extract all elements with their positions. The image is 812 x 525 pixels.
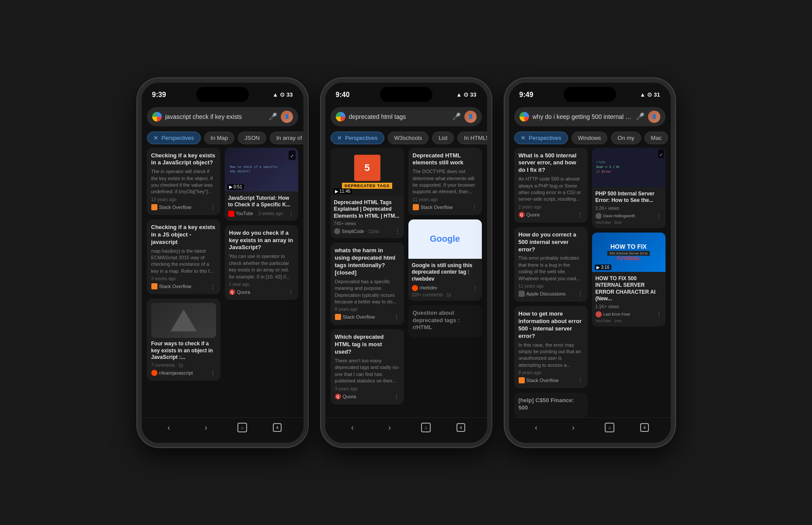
phone2-back-btn[interactable]: ‹: [347, 421, 358, 434]
phone3-chip-onmy[interactable]: On my: [611, 132, 641, 144]
phone2-chip-perspectives[interactable]: ✕ Perspectives: [331, 132, 384, 144]
phone2-partial-card[interactable]: Question about deprecated tags : r/HTML: [408, 305, 482, 338]
phone3-forward-btn[interactable]: ›: [568, 421, 579, 434]
phone1-chip-perspectives[interactable]: ✕ Perspectives: [147, 132, 201, 144]
phone3-back-btn[interactable]: ‹: [530, 421, 542, 434]
phone2-screenshot-menu[interactable]: ⋮: [472, 285, 478, 292]
phone3-result-3[interactable]: How to get more information about error …: [514, 306, 588, 388]
phone3-result-3-menu[interactable]: ⋮: [577, 377, 583, 384]
phone1-result-2[interactable]: Checking if a key exists in a JS object …: [147, 219, 220, 294]
phone1-chip-json[interactable]: JSON: [238, 132, 266, 144]
phone1-right-result[interactable]: How do you check if a key exists in an a…: [225, 225, 298, 300]
phone2-result-4-source: Q Quora ⋮: [335, 393, 400, 400]
phone3-search-bar[interactable]: why do i keep getting 500 internal serve…: [514, 107, 666, 126]
phone1-result-1[interactable]: Checking if a key exists in a JavaScript…: [147, 148, 220, 215]
phone2-result-4-menu[interactable]: ⋮: [394, 393, 400, 400]
phone1-chip-inmap[interactable]: In Map: [204, 132, 235, 144]
phone2-right-result-1-meta: 11 years ago: [413, 197, 477, 202]
phone2-result-3-menu[interactable]: ⋮: [394, 313, 400, 320]
phone1-right-result-menu[interactable]: ⋮: [288, 289, 294, 296]
phone3-home-btn[interactable]: ⌂: [605, 423, 614, 432]
phone3-chip-windows[interactable]: Windows: [572, 132, 608, 144]
phone3-howtofix-text: HOW TO FIX: [607, 243, 649, 250]
phone1-home-btn[interactable]: ⌂: [237, 423, 247, 432]
phone1-chip-inarray[interactable]: In array of objects: [270, 132, 303, 144]
phone1-video-menu[interactable]: ⋮: [288, 210, 294, 217]
phone1-battery: 33: [286, 91, 293, 98]
phone3-chip-perspectives[interactable]: ✕ Perspectives: [514, 132, 568, 144]
phone2-search-bar[interactable]: deprecated html tags 🎤 👤: [331, 107, 482, 126]
phone2-video-thumb: 5 DEPRECATED TAGS ▶ 11:46: [331, 148, 404, 196]
phone2-tabs-btn[interactable]: 4: [457, 423, 465, 432]
phone1-result-2-menu[interactable]: ⋮: [210, 283, 216, 290]
phone3-result-2-apple-icon: [519, 291, 525, 297]
phone2-battery: 33: [470, 91, 476, 98]
phone1-forward-btn[interactable]: ›: [200, 421, 212, 434]
phone1-video-source: YouTube 2 weeks ago ⋮: [228, 210, 295, 217]
phone2-chip-html5[interactable]: In HTML5: [457, 132, 487, 144]
phone3-left-col: What is a 500 internal server error, and…: [514, 148, 588, 417]
phone2-home-btn[interactable]: ⌂: [421, 423, 431, 432]
phone3-partial[interactable]: [help] C$50 Finance: 500: [514, 393, 588, 417]
phone3-video1-views: 3.2K+ views: [596, 206, 662, 211]
phone2-right-result-1-title: Deprecated HTML elements still work: [413, 152, 477, 167]
phone3-video2-menu[interactable]: ⋮: [656, 311, 662, 318]
phone3-result-2-menu[interactable]: ⋮: [577, 290, 583, 297]
phone2-mic-icon[interactable]: 🎤: [452, 112, 461, 121]
phone2-video-menu[interactable]: ⋮: [394, 228, 401, 235]
phone2-screenshot-card[interactable]: Google Google is still using this deprec…: [408, 219, 482, 301]
phone2-tabs-count: 4: [460, 425, 462, 430]
phone3-result-2[interactable]: How do you correct a 500 internal server…: [514, 227, 588, 302]
phone3-avatar[interactable]: 👤: [648, 111, 660, 123]
phone2-google-logo: [336, 112, 345, 122]
phone2-chip-list-label: List: [439, 135, 447, 141]
phone2-forward-btn[interactable]: ›: [384, 421, 395, 434]
phone3-howtofix-red: TUTORIAL: [607, 256, 649, 261]
phone2-right-result-1-menu[interactable]: ⋮: [471, 204, 477, 211]
phone2-right-result-1[interactable]: Deprecated HTML elements still work The …: [408, 148, 482, 215]
phone1-result-3-menu[interactable]: ⋮: [210, 369, 216, 376]
phone1-result-3[interactable]: Four ways to check if a key exists in an…: [147, 299, 220, 381]
phone3-chip-mac-label: Mac: [651, 135, 662, 141]
phone1-back-btn[interactable]: ‹: [163, 421, 174, 434]
phone1-right-result-source-name: Quora: [237, 289, 251, 295]
phone3-v1-channel-name: Dave Hollingworth: [603, 214, 635, 218]
phone3-tabs-btn[interactable]: 4: [640, 423, 649, 432]
phone1-result-1-menu[interactable]: ⋮: [210, 204, 216, 211]
phone2-notch: [380, 87, 432, 102]
phone1-mic-icon[interactable]: 🎤: [268, 112, 277, 121]
phone2-screenshot-source-name: r/webdev: [420, 285, 438, 290]
phone3-chip-mac[interactable]: Mac: [645, 132, 669, 144]
phone2-video-source: SimpliCode · 11mo ⋮: [334, 228, 401, 235]
phone2-chip-w3[interactable]: W3schools: [388, 132, 429, 144]
phone3-howtofix-card[interactable]: HOW TO FIX 500 Internal Server Error TUT…: [592, 233, 666, 327]
phone3-result-3-so-icon: [519, 377, 525, 383]
phone1-search-bar[interactable]: javascript check if key exists 🎤 👤: [147, 107, 298, 126]
phone1-right-col: ⤢ How to check if a specific key object?…: [225, 148, 298, 381]
phone1-result-3-source: r/learnjavascript ⋮: [151, 369, 216, 376]
phone3-wifi: ⊙: [647, 91, 652, 98]
phone3-notch: [564, 87, 616, 102]
phone2-result-4[interactable]: Which deprecated HTML tag is most used? …: [331, 329, 404, 404]
phone-3: 9:49 ▲ ⊙ 31 why do i keep getting 500 in…: [505, 78, 675, 447]
phone3-result-3-source-name: Stack Overflow: [526, 378, 559, 383]
phone3-result-1-menu[interactable]: ⋮: [577, 211, 583, 218]
phone2-avatar[interactable]: 👤: [464, 111, 477, 123]
phone2-google-mini: Google: [430, 234, 460, 244]
phone2-result-3[interactable]: whats the harm in using deprecated html …: [331, 243, 404, 325]
phone3-v2-channel-avatar: [596, 311, 602, 317]
phone3-result-3-meta: 8 years ago: [519, 370, 583, 375]
phone2-chip-list[interactable]: List: [432, 132, 454, 144]
phone2-video-card[interactable]: 5 DEPRECATED TAGS ▶ 11:46 Deprecated HTM…: [331, 148, 404, 239]
phone1-avatar[interactable]: 👤: [281, 111, 293, 123]
phone2-screenshot-thumb: Google: [408, 219, 482, 259]
phone1-video-card[interactable]: ⤢ How to check if a specific key object?…: [225, 148, 298, 221]
phone1-tabs-btn[interactable]: 4: [273, 423, 282, 432]
phone3-v1-channel-avatar: [596, 213, 602, 219]
phone3-error-thumb[interactable]: <?php $var = 1 / 0; // Error ⤢: [592, 148, 666, 228]
phone3-result-1[interactable]: What is a 500 internal server error, and…: [514, 148, 588, 223]
phone3-howtofix-info: HOW TO FIX 500 INTERNAL SERVER ERROR CHA…: [592, 272, 666, 327]
phone1-video-duration: ▶ 0:51: [227, 184, 244, 190]
phone3-mic-icon[interactable]: 🎤: [636, 112, 645, 121]
phone3-video1-menu[interactable]: ⋮: [656, 212, 662, 219]
